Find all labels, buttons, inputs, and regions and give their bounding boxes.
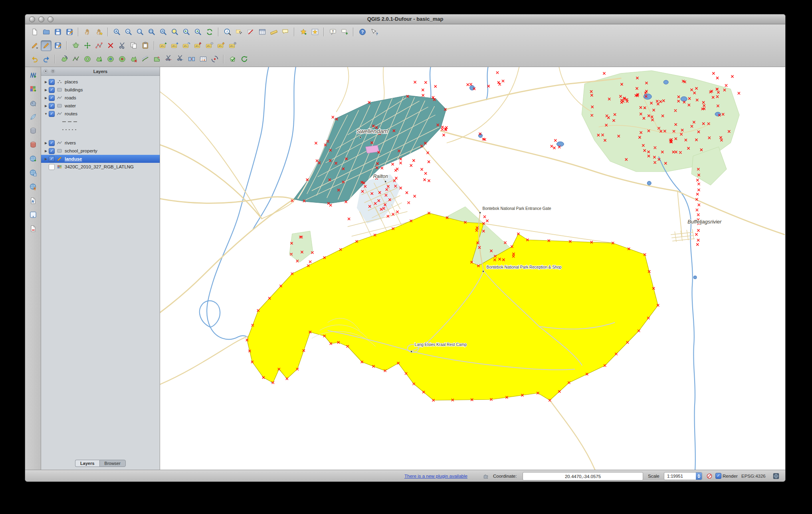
identify-features-button[interactable]: i [222, 27, 233, 38]
save-layer-edits-button[interactable] [52, 40, 63, 51]
coordinate-input[interactable] [523, 472, 643, 480]
undo-button[interactable] [29, 54, 40, 65]
zoom-button[interactable] [48, 16, 53, 22]
layer-item-roads[interactable]: ▶✓roads [41, 94, 160, 102]
remove-layer-button[interactable] [28, 224, 39, 235]
label-pin-button[interactable]: abc [192, 40, 203, 51]
new-bookmark-button[interactable] [298, 27, 309, 38]
expand-arrow-icon[interactable]: ▶ [44, 141, 48, 145]
label-add-button[interactable]: abc [158, 40, 168, 51]
scale-combo[interactable]: 1:19951 [664, 472, 702, 480]
save-project-as-button[interactable] [64, 27, 75, 38]
layer-item-rivers[interactable]: ▶✓rivers [41, 139, 160, 147]
add-wms-layer-button[interactable] [28, 154, 39, 165]
render-checkbox[interactable]: ✓ [715, 473, 721, 479]
layer-visibility-checkbox[interactable]: ✓ [49, 103, 55, 109]
open-project-button[interactable] [41, 27, 51, 38]
expand-arrow-icon[interactable]: ▶ [44, 157, 48, 161]
layer-item-landuse[interactable]: ▶✓landuse [41, 155, 160, 163]
layer-item-places[interactable]: ▶✓places [41, 78, 160, 86]
layer-visibility-checkbox[interactable]: ✓ [49, 95, 55, 101]
rotate-feature-button[interactable] [59, 54, 69, 65]
redraw-button[interactable] [239, 54, 250, 65]
layer-visibility-checkbox[interactable]: ✓ [49, 156, 55, 162]
copy-features-button[interactable] [128, 40, 139, 51]
rotate-point-symbols-button[interactable] [209, 54, 220, 65]
show-bookmarks-button[interactable] [309, 27, 320, 38]
save-project-button[interactable] [52, 27, 63, 38]
zoom-out-button[interactable] [123, 27, 134, 38]
select-features-button[interactable] [234, 27, 244, 38]
merge-attributes-button[interactable] [198, 54, 208, 65]
layer-item-buildings[interactable]: ▶✓buildings [41, 86, 160, 94]
zoom-last-button[interactable] [181, 27, 192, 38]
symbology-item[interactable] [41, 118, 160, 126]
open-attribute-table-button[interactable] [257, 27, 267, 38]
simplify-feature-button[interactable] [70, 54, 81, 65]
capture-polygon-button[interactable] [70, 40, 81, 51]
move-annotation-button[interactable] [339, 27, 350, 38]
layer-visibility-checkbox[interactable]: ✓ [49, 111, 55, 117]
expand-arrow-icon[interactable]: ▶ [44, 80, 48, 84]
layer-item-routes[interactable]: ▼✓routes [41, 110, 160, 118]
expand-arrow-icon[interactable]: ▶ [44, 149, 48, 153]
node-tool-button[interactable] [93, 40, 104, 51]
move-feature-button[interactable] [82, 40, 93, 51]
panel-tab-layers[interactable]: Layers [75, 460, 99, 467]
fill-ring-button[interactable] [105, 54, 116, 65]
expand-arrow-icon[interactable]: ▶ [44, 88, 48, 92]
zoom-next-button[interactable] [192, 27, 203, 38]
toggle-editing-button[interactable] [41, 40, 51, 51]
expand-arrow-icon[interactable]: ▼ [44, 112, 48, 116]
deselect-features-button[interactable] [245, 27, 256, 38]
plugin-icon[interactable] [483, 473, 489, 479]
new-shapefile-layer-button[interactable] [28, 196, 39, 207]
split-features-button[interactable] [163, 54, 174, 65]
check-validity-button[interactable] [227, 54, 238, 65]
label-properties-button[interactable]: abc [227, 40, 238, 51]
add-vector-layer-button[interactable] [28, 70, 39, 81]
current-edits-button[interactable] [29, 40, 40, 51]
add-wcs-layer-button[interactable] [28, 168, 39, 179]
label-show-hide-button[interactable]: abc [204, 40, 215, 51]
add-spatialite-layer-button[interactable] [28, 112, 39, 123]
add-mssql-layer-button[interactable] [28, 126, 39, 137]
add-ring-button[interactable] [82, 54, 93, 65]
layer-visibility-checkbox[interactable]: ✓ [49, 79, 55, 85]
offset-curve-button[interactable] [140, 54, 151, 65]
add-raster-layer-button[interactable] [28, 84, 39, 95]
layer-visibility-checkbox[interactable]: ✓ [49, 148, 55, 154]
combo-arrows-icon[interactable] [696, 472, 702, 480]
pan-to-selection-button[interactable] [93, 27, 104, 38]
paste-features-button[interactable] [140, 40, 151, 51]
text-annotation-button[interactable]: T [327, 27, 338, 38]
zoom-in-button[interactable] [111, 27, 122, 38]
label-change-button[interactable]: abc [216, 40, 226, 51]
crs-status-icon[interactable] [772, 472, 780, 480]
cut-features-button[interactable] [117, 40, 127, 51]
label-rotate-button[interactable]: abc [181, 40, 192, 51]
delete-part-button[interactable] [128, 54, 139, 65]
layer-visibility-checkbox[interactable] [49, 164, 55, 170]
add-part-button[interactable] [93, 54, 104, 65]
delete-ring-button[interactable] [117, 54, 127, 65]
new-project-button[interactable] [29, 27, 40, 38]
expand-arrow-icon[interactable]: ▶ [44, 96, 48, 100]
refresh-map-button[interactable] [204, 27, 215, 38]
layer-visibility-checkbox[interactable]: ✓ [49, 140, 55, 146]
map-tips-button[interactable] [280, 27, 291, 38]
zoom-to-layer-button[interactable] [158, 27, 168, 38]
map-canvas[interactable]: SwellendamRailtonBontebok National Park … [160, 67, 785, 470]
add-postgis-layer-button[interactable] [28, 98, 39, 109]
add-oracle-layer-button[interactable] [28, 140, 39, 151]
zoom-full-button[interactable] [146, 27, 157, 38]
zoom-to-selection-button[interactable] [169, 27, 180, 38]
help-contents-button[interactable]: ? [357, 27, 368, 38]
expand-arrow-icon[interactable]: ▶ [44, 104, 48, 108]
redo-button[interactable] [41, 54, 51, 65]
split-parts-button[interactable] [174, 54, 185, 65]
zoom-actual-button[interactable]: 1:1 [135, 27, 145, 38]
symbology-item[interactable] [41, 126, 160, 134]
stop-render-icon[interactable] [706, 473, 713, 479]
add-delimited-text-layer-button[interactable]: , [28, 210, 39, 221]
